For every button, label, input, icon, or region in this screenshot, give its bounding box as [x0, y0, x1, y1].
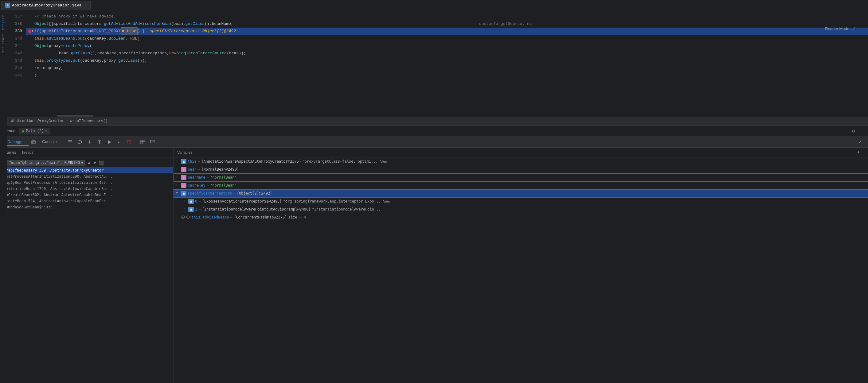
frame-item-0[interactable]: wrapIfNecessary:339, AbstractAutoProxyCr…: [0, 167, 173, 173]
thread-up-arrow[interactable]: ▲: [87, 160, 91, 166]
var-suffix-this: "proxyTargetClass=false; optimi...: [302, 159, 378, 164]
expand-cacheKey: ›: [176, 183, 181, 186]
debug-tab-close[interactable]: ×: [45, 129, 47, 133]
breadcrumb-method[interactable]: wrapIfNecessary(): [70, 119, 107, 124]
sidebar-project[interactable]: Project: [1, 13, 6, 31]
var-row-this[interactable]: › ≡ this = {AnnotationAwareAspectJAutoPr…: [174, 158, 868, 165]
debug-content: Frames Threads ✓ "main"@1 in gr..."main"…: [0, 148, 868, 383]
export-icon[interactable]: [148, 138, 157, 146]
settings-icon[interactable]: ⚙: [851, 127, 857, 135]
var-row-bean[interactable]: › p bean = {NormalBean@2490}: [174, 165, 868, 173]
list-view-icon[interactable]: [66, 138, 74, 146]
step-into-icon[interactable]: [85, 138, 94, 146]
var-row-1[interactable]: › ≡ 1 = {InstantiationModelAwarePointcut…: [174, 205, 868, 213]
code-line-339: ➤ if ( specificInterceptors ≠ DO_NOT_PRO…: [26, 28, 868, 35]
thread-filter-icon[interactable]: ⬛: [99, 161, 104, 166]
svg-marker-15: [108, 140, 111, 144]
var-row-0[interactable]: › ≡ 0 = {ExposeInvocationInterceptor$1@2…: [174, 197, 868, 205]
expand-this: ›: [176, 159, 181, 163]
svg-rect-21: [151, 140, 155, 143]
expand-advisedBeans: ›: [176, 215, 181, 219]
var-view-this[interactable]: View: [380, 160, 388, 163]
code-line-345: }: [26, 72, 868, 79]
frame-item-2[interactable]: applyBeanPostProcessorsAfterInitializati…: [0, 179, 173, 186]
var-row-beanName[interactable]: › p beanName = "normalBean": [174, 173, 868, 181]
variables-header: Variables +: [174, 148, 868, 158]
code-338-type: Object: [34, 20, 49, 28]
debugger-tab[interactable]: Debugger: [4, 138, 29, 146]
var-name-advisedBeans: this.advisedBeans: [191, 215, 229, 219]
frame-item-1[interactable]: postProcessAfterInitialization:290, Abst…: [0, 173, 173, 179]
frame-item-6[interactable]: lambda$doGetBean$0:335...: [0, 204, 173, 210]
var-value-1: {InstantiationModelAwarePointcutAdvisorI…: [202, 207, 311, 211]
var-icon-bean: p: [181, 167, 186, 172]
bp-337: [28, 13, 34, 20]
frame-item-4[interactable]: doCreateBean:602, AbstractAutowireCapabl…: [0, 192, 173, 198]
reader-mode-button[interactable]: Reader Mode ✓: [825, 26, 856, 32]
debug-settings-area: ⚙ —: [851, 127, 864, 135]
code-line-340: this.advisedBeans.put(cacheKey, Boolean.…: [26, 35, 868, 42]
variables-content[interactable]: › ≡ this = {AnnotationAwareAspectJAutoPr…: [174, 158, 868, 383]
line-num-342: 342: [7, 50, 22, 57]
console-tab[interactable]: Console: [38, 138, 61, 146]
var-row-cacheKey[interactable]: › p cacheKey = "normalBean": [174, 181, 868, 189]
minimize-icon[interactable]: —: [859, 128, 864, 134]
var-icon-0: ≡: [188, 199, 194, 204]
var-name-cacheKey: cacheKey: [188, 183, 206, 187]
var-value-bean: {NormalBean@2490}: [201, 167, 239, 172]
debug-toolbar: Debugger Console ✦: [0, 137, 868, 148]
console-icon: [30, 139, 36, 145]
svg-marker-13: [99, 141, 100, 142]
restore-icon[interactable]: ⤢: [856, 138, 864, 146]
java-file-icon: C: [5, 3, 10, 8]
expand-0: ›: [183, 199, 188, 203]
frame-item-3[interactable]: initializeBean:1790, AbstractAutowireCap…: [0, 186, 173, 192]
svg-point-26: [186, 216, 189, 219]
var-icon-this: ≡: [181, 159, 186, 164]
frame-item-5[interactable]: createBean:524, AbstractAutowireCapableB…: [0, 198, 173, 204]
code-line-344: return proxy;: [26, 64, 868, 72]
tab-close-btn[interactable]: ×: [85, 3, 87, 7]
code-content[interactable]: // Create proxy if we have advice. Objec…: [26, 11, 868, 117]
frames-content[interactable]: ✓ "main"@1 in gr..."main": RUNNING ▼ ▲ ▼…: [0, 158, 173, 383]
tab-label: AbstractAutoProxyCreator.java: [12, 3, 82, 8]
step-over-icon[interactable]: [75, 138, 84, 146]
thread-down-arrow[interactable]: ▼: [93, 160, 96, 166]
thread-dropdown[interactable]: "main"@1 in gr..."main": RUNNING ▼: [7, 160, 85, 166]
editor-scrollbar-thumb[interactable]: [57, 115, 93, 117]
breadcrumb-class[interactable]: AbstractAutoProxyCreator: [11, 119, 64, 124]
plus-icon[interactable]: +: [855, 149, 862, 156]
var-value-beanName: "normalBean": [210, 175, 237, 179]
editor-tab[interactable]: C AbstractAutoProxyCreator.java ×: [1, 1, 91, 10]
svg-text:∞: ∞: [182, 216, 184, 219]
add-watch-btn[interactable]: +: [852, 148, 864, 157]
var-icon-cacheKey: p: [181, 183, 186, 188]
stop-icon[interactable]: [125, 138, 133, 146]
run-to-cursor-icon[interactable]: [105, 138, 114, 146]
var-view-0[interactable]: View: [383, 200, 391, 203]
var-value-cacheKey: "normalBean": [210, 183, 237, 187]
frames-panel: Frames Threads ✓ "main"@1 in gr..."main"…: [0, 148, 174, 383]
var-name-bean: bean: [188, 167, 196, 172]
line-num-341: 341: [7, 42, 22, 50]
sidebar-structure[interactable]: Structure: [1, 32, 6, 54]
debug-tab-label: Main (2): [26, 129, 44, 133]
toolbar-sep-1: [63, 139, 63, 145]
table-icon[interactable]: [138, 138, 147, 146]
code-line-343: this.proxyTypes.put(cacheKey, proxy.getC…: [26, 57, 868, 64]
debug-tab-main[interactable]: ▶ Main (2) ×: [19, 128, 50, 134]
var-icon-specificInterceptors: ≡: [181, 191, 186, 196]
var-row-advisedBeans[interactable]: › ∞ this.advisedBeans = {ConcurrentHashM…: [174, 213, 868, 221]
var-icon-beanName: p: [181, 175, 186, 180]
frames-panel-header: Frames Threads: [0, 148, 173, 158]
var-name-this: this: [188, 159, 196, 164]
var-row-specificInterceptors[interactable]: ∨ ≡ specificInterceptors = {Object[2]@24…: [174, 189, 868, 197]
tab-bar: C AbstractAutoProxyCreator.java ×: [0, 0, 868, 11]
var-name-specificInterceptors: specificInterceptors: [188, 191, 232, 196]
var-name-1: 1: [195, 207, 197, 211]
evaluate-icon[interactable]: ✦: [115, 138, 123, 146]
breadcrumb-sep: ›: [66, 119, 68, 124]
editor-scrollbar[interactable]: [44, 114, 861, 117]
step-out-icon[interactable]: [95, 138, 104, 146]
threads-tab[interactable]: Threads: [20, 150, 33, 155]
